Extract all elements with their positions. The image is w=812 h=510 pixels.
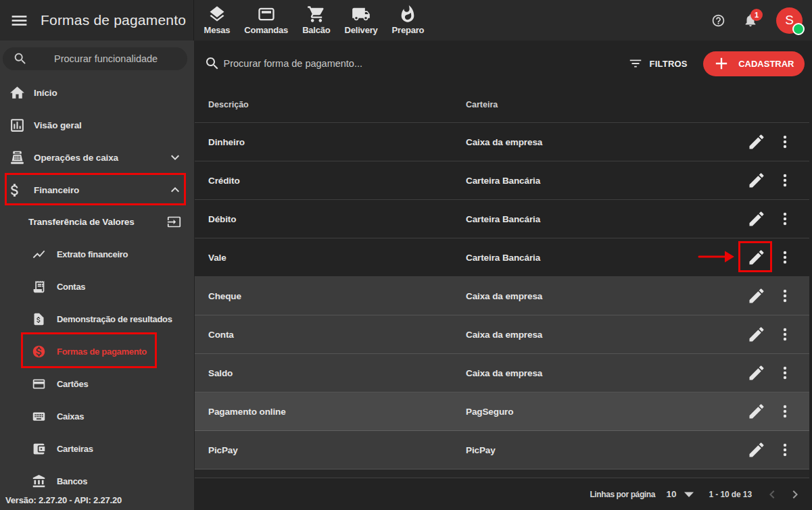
more-options-button[interactable]	[771, 282, 799, 310]
more-options-button[interactable]	[771, 359, 799, 387]
row-actions	[742, 128, 799, 156]
row-actions	[742, 205, 799, 233]
row-actions	[742, 359, 799, 387]
nav-item-delivery[interactable]: Delivery	[337, 0, 385, 41]
edit-button[interactable]	[742, 397, 771, 426]
sidebar-item-carteiras[interactable]: Carteiras	[0, 432, 194, 465]
edit-button[interactable]	[742, 243, 771, 272]
sidebar-item-label: Transferência de Valores	[28, 217, 135, 227]
edit-button[interactable]	[742, 359, 771, 387]
more-options-button[interactable]	[771, 166, 799, 195]
coin-dollar-icon	[30, 343, 47, 360]
edit-button[interactable]	[742, 320, 771, 349]
sidebar-item-bancos[interactable]: Bancos	[0, 465, 194, 497]
sidebar-item-label: Extrato financeiro	[57, 249, 128, 259]
wallet-icon	[30, 440, 47, 457]
edit-button[interactable]	[742, 282, 771, 310]
table-container: Descrição Carteira DinheiroCaixa da empr…	[195, 86, 809, 478]
chevron-up-icon	[167, 182, 183, 198]
table-row-vale: ValeCarteira Bancária	[195, 238, 809, 277]
row-actions	[742, 436, 799, 464]
cell-carteira: PagSeguro	[466, 407, 742, 417]
rows-per-page-value: 10	[666, 489, 676, 499]
help-button[interactable]	[703, 5, 733, 35]
sidebar-item-transferencia-de-valores[interactable]: Transferência de Valores	[0, 206, 194, 238]
more-options-button[interactable]	[771, 397, 799, 426]
chevron-down-icon	[167, 149, 183, 165]
nav-item-comandas[interactable]: Comandas	[237, 0, 295, 41]
filter-icon	[628, 56, 643, 71]
dollar-icon	[9, 182, 26, 199]
online-status-dot	[792, 23, 805, 35]
sidebar-item-inicio[interactable]: Início	[0, 76, 194, 109]
doc-dollar-icon	[30, 311, 47, 328]
filters-button[interactable]: FILTROS	[623, 51, 693, 76]
cell-descricao: Cheque	[195, 291, 466, 301]
table-row-conta: ContaCaixa da empresa	[195, 315, 809, 354]
sidebar-item-visao-geral[interactable]: Visão geral	[0, 109, 194, 141]
cell-descricao: Pagamento online	[195, 407, 466, 417]
sidebar-item-caixas[interactable]: Caixas	[0, 400, 194, 432]
table-body: DinheiroCaixa da empresaCréditoCarteira …	[195, 123, 809, 469]
sidebar-item-financeiro[interactable]: Financeiro	[0, 174, 194, 206]
nav-item-balcão[interactable]: Balcão	[295, 0, 337, 41]
notifications-button[interactable]: 1	[736, 5, 765, 35]
table-search-input[interactable]: Procurar forma de pagamento...	[204, 55, 623, 72]
sidebar-item-demonstracao-de-resultados[interactable]: Demonstração de resultados	[0, 303, 194, 335]
sidebar-item-label: Bancos	[57, 476, 87, 486]
page-title: Formas de pagamento	[41, 12, 186, 28]
row-actions	[742, 320, 799, 349]
more-options-button[interactable]	[771, 243, 799, 272]
sidebar-search-input[interactable]: Procurar funcionalidade	[3, 47, 187, 70]
sidebar-item-operacoes-de-caixa[interactable]: Operações de caixa	[0, 141, 194, 174]
top-bar: Formas de pagamento MesasComandasBalcãoD…	[0, 0, 812, 41]
rows-per-page-select[interactable]: 10	[666, 489, 694, 499]
sidebar-item-contas[interactable]: Contas	[0, 270, 194, 303]
sidebar-item-formas-de-pagamento[interactable]: Formas de pagamento	[0, 335, 194, 367]
avatar[interactable]: S	[776, 7, 803, 34]
main-content: Procurar forma de pagamento... FILTROS C…	[195, 41, 812, 510]
top-bar-left: Formas de pagamento	[0, 0, 194, 41]
table-row-saldo: SaldoCaixa da empresa	[195, 354, 809, 392]
register-button[interactable]: CADASTRAR	[703, 51, 805, 76]
previous-page-button[interactable]	[761, 483, 784, 506]
nav-item-mesas[interactable]: Mesas	[197, 0, 237, 41]
nav-item-preparo[interactable]: Preparo	[385, 0, 431, 41]
edit-button[interactable]	[742, 205, 771, 233]
receipt-icon	[30, 278, 47, 295]
cell-descricao: Crédito	[195, 176, 466, 186]
rows-per-page-label: Linhas por página	[590, 490, 655, 499]
edit-button[interactable]	[742, 128, 771, 156]
chevron-left-icon	[764, 486, 780, 503]
notification-badge: 1	[750, 9, 763, 21]
dropdown-arrow-icon	[684, 492, 694, 497]
row-actions	[742, 243, 799, 272]
layers-icon	[208, 6, 226, 25]
cell-descricao: Conta	[195, 330, 466, 340]
more-options-button[interactable]	[771, 128, 799, 156]
search-icon	[204, 55, 220, 72]
more-options-button[interactable]	[771, 436, 799, 464]
sidebar-item-cartoes[interactable]: Cartões	[0, 367, 194, 400]
table-row-cheque: ChequeCaixa da empresa	[195, 277, 809, 315]
credit-card-icon	[30, 376, 47, 392]
sidebar-item-extrato-financeiro[interactable]: Extrato financeiro	[0, 238, 194, 270]
cell-carteira: Carteira Bancária	[466, 176, 742, 186]
cell-descricao: PicPay	[195, 445, 466, 455]
register-label: CADASTRAR	[738, 59, 794, 69]
cell-carteira: Caixa da empresa	[466, 368, 742, 378]
menu-icon[interactable]	[3, 4, 35, 36]
card-icon	[257, 6, 276, 25]
next-page-button[interactable]	[784, 483, 807, 506]
edit-button[interactable]	[742, 436, 771, 464]
cell-descricao: Saldo	[195, 368, 466, 378]
home-icon	[9, 84, 26, 101]
more-options-button[interactable]	[771, 205, 799, 233]
sidebar-item-label: Caixas	[57, 411, 84, 422]
filters-label: FILTROS	[650, 59, 688, 69]
sidebar-menu: InícioVisão geralOperações de caixaFinan…	[0, 76, 194, 497]
more-options-button[interactable]	[771, 320, 799, 349]
sidebar: Procurar funcionalidade InícioVisão gera…	[0, 41, 194, 510]
edit-button[interactable]	[742, 166, 771, 195]
cell-carteira: PicPay	[466, 445, 742, 455]
